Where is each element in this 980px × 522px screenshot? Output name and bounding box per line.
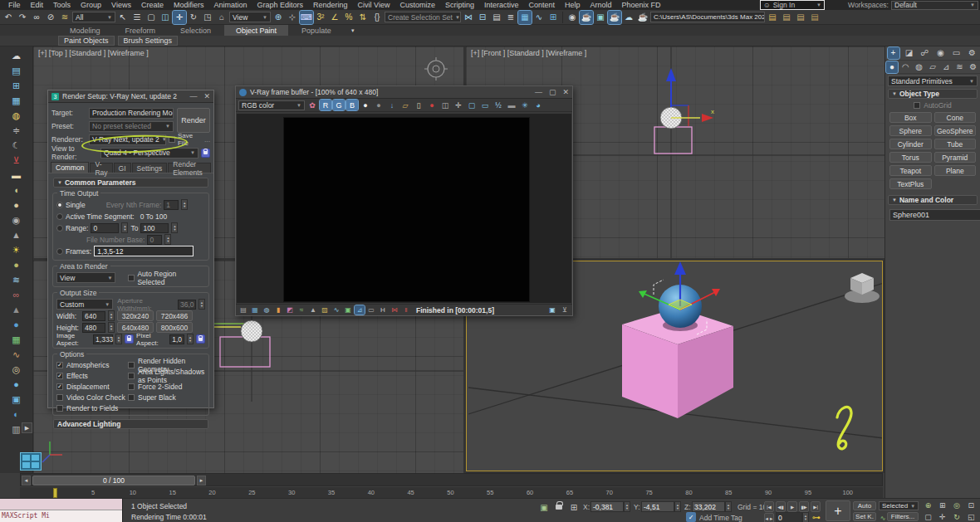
name-and-color-rollout[interactable]: ▼Name and Color [888, 195, 978, 205]
ribbon-tab[interactable]: Modeling [58, 25, 112, 36]
ocio-icon[interactable]: H [378, 305, 388, 315]
open-scene-icon[interactable]: ▤ [794, 11, 807, 24]
color-correction-icon[interactable]: ◕ [532, 100, 544, 110]
minimize-icon[interactable]: — [535, 88, 542, 96]
project-path-dropdown[interactable]: C:\Users\AS\Documents\3ds Max 2020▼ [650, 12, 765, 22]
image-aspect-field[interactable]: 1,333 [93, 334, 113, 344]
save-image-icon[interactable]: ↓ [386, 100, 398, 110]
primitive-button[interactable]: TextPlus [889, 178, 932, 189]
display-correction-icon[interactable]: ▭ [366, 305, 376, 315]
eye-tool-icon[interactable]: ◉ [7, 212, 26, 227]
x-coord-spinner[interactable] [624, 501, 630, 512]
photo-tool-icon[interactable]: ▣ [7, 392, 26, 407]
render-setup-tab[interactable]: Render Elements [168, 163, 211, 173]
range-to-spinner[interactable] [171, 222, 178, 233]
preset-720x486-button[interactable]: 720x486 [156, 310, 193, 321]
project-folder-icon[interactable]: ▤ [766, 11, 779, 24]
render-flyout-icon[interactable]: ☕ [636, 11, 649, 24]
icc-icon[interactable]: ⋈ [390, 305, 399, 315]
srgb-toggle-icon[interactable]: ✿ [306, 100, 318, 110]
save-file-checkbox[interactable] [169, 136, 175, 143]
every-nth-spinner[interactable] [181, 199, 188, 210]
bitmap-tool-icon[interactable]: ▤ [7, 63, 26, 78]
region-render-icon[interactable]: ▢ [466, 100, 478, 110]
previous-frame-button[interactable]: ◄ [22, 476, 31, 485]
ribbon-tab[interactable]: Object Paint [224, 25, 288, 36]
ribbon-config-icon[interactable]: ▾ [345, 26, 361, 35]
menu-item[interactable]: File [3, 1, 26, 9]
flask-tool-icon[interactable]: ⊻ [7, 153, 26, 168]
range-from-field[interactable]: 0 [91, 223, 119, 233]
select-and-rotate-icon[interactable]: ↻ [187, 11, 200, 24]
viewcube[interactable] [845, 273, 880, 303]
area-to-render-dropdown[interactable]: View▼ [56, 272, 115, 283]
cone-light-icon[interactable]: ▲ [7, 227, 26, 242]
import-scene-icon[interactable]: ▤ [808, 11, 821, 24]
half-resolution-icon[interactable]: ½ [492, 100, 504, 110]
maximize-viewport-icon[interactable]: ◱ [965, 512, 978, 522]
preset-320x240-button[interactable]: 320x240 [117, 310, 154, 321]
render-last-icon[interactable]: ● [426, 100, 438, 110]
ribbon-panel-tab[interactable]: Brush Settings [118, 36, 179, 46]
space-warps-category-icon[interactable]: ≋ [954, 61, 966, 73]
image-aspect-spinner[interactable] [115, 334, 122, 344]
next-frame-button[interactable]: ► [197, 476, 206, 485]
fur-tool-icon[interactable]: ∿ [7, 347, 26, 362]
load-image-icon[interactable]: ▱ [399, 100, 411, 110]
lens-effects-icon[interactable]: ✳ [519, 100, 531, 110]
pixel-aspect-field[interactable]: 1,0 [169, 334, 184, 344]
single-radio[interactable] [56, 202, 63, 208]
select-and-place-icon[interactable]: ⌂ [215, 11, 228, 24]
option-checkbox[interactable] [128, 362, 135, 368]
close-icon[interactable]: ✕ [203, 92, 210, 100]
save-file-browse[interactable]: ... [204, 135, 210, 144]
primitive-button[interactable]: Plane [934, 165, 977, 176]
spinner-snap-icon[interactable]: ⇅ [356, 11, 370, 24]
option-checkbox[interactable] [56, 405, 63, 412]
menu-item[interactable]: Arnold [586, 1, 617, 9]
preset-dropdown[interactable]: No preset selected▼ [89, 121, 174, 132]
unlink-selection-icon[interactable]: ⊘ [44, 11, 57, 24]
menu-item[interactable]: Create [136, 1, 169, 9]
common-parameters-rollout[interactable]: ▼Common Parameters [53, 178, 208, 188]
schematic-view-icon[interactable]: ⊞ [546, 11, 560, 24]
box-wireframe[interactable] [654, 127, 692, 154]
sphere-light-icon[interactable]: ● [7, 198, 26, 212]
select-and-manipulate-icon[interactable]: ⊹ [286, 11, 299, 24]
pixel-aspect-lock-icon[interactable] [196, 334, 205, 344]
image-aspect-lock-icon[interactable] [125, 334, 134, 344]
cameras-category-icon[interactable]: ▱ [927, 61, 938, 73]
z-coord-field[interactable]: 33,202 [692, 501, 725, 512]
range-from-spinner[interactable] [121, 222, 128, 233]
follow-mouse-icon[interactable]: ✛ [453, 100, 464, 110]
utilities-tab-icon[interactable]: ⚙ [967, 47, 978, 59]
menu-item[interactable]: Phoenix FD [617, 1, 666, 9]
channel-dropdown[interactable]: RGB color▼ [238, 100, 305, 110]
select-and-scale-icon[interactable]: ◳ [201, 11, 214, 24]
current-frame-marker[interactable] [53, 488, 57, 498]
auto-key-button[interactable]: Auto [853, 501, 876, 510]
select-and-link-icon[interactable]: ∞ [30, 11, 43, 24]
current-frame-spinner[interactable] [802, 512, 809, 522]
light-tool-icon[interactable]: ◍ [7, 108, 26, 123]
primitive-button[interactable]: Pyramid [934, 152, 977, 163]
pan-icon[interactable]: ✛ [936, 512, 948, 522]
pixel-aspect-spinner[interactable] [187, 334, 194, 344]
align-icon[interactable]: ⊟ [476, 11, 489, 24]
cloud-icon[interactable]: ☁ [7, 48, 26, 63]
create-selection-set-field[interactable]: Create Selection Set▼ [385, 12, 461, 22]
calculator-icon[interactable]: ⊞ [7, 78, 26, 93]
height-spinner[interactable] [108, 322, 115, 333]
close-icon[interactable]: ✕ [562, 88, 569, 96]
option-checkbox[interactable] [56, 373, 63, 379]
menu-item[interactable]: Tools [48, 1, 76, 9]
object-name-field[interactable] [889, 209, 980, 221]
modify-tab-icon[interactable]: ◪ [904, 47, 915, 59]
output-size-dropdown[interactable]: Custom▼ [56, 299, 113, 310]
rendered-frame-window-icon[interactable]: ▣ [594, 11, 607, 24]
zoom-extents-icon[interactable]: ◎ [951, 500, 963, 510]
alpha-channel-icon[interactable]: ● [373, 100, 385, 110]
maxscript-listener-text[interactable]: MAXScript Mi [0, 510, 122, 522]
add-time-tag-button[interactable]: Add Time Tag [699, 514, 742, 522]
primitive-button[interactable]: Box [889, 112, 932, 123]
